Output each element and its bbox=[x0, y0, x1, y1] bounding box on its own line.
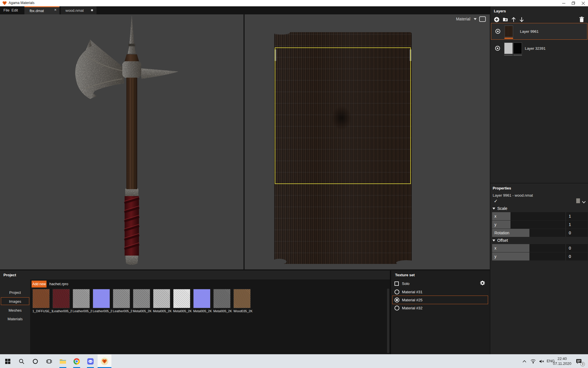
image-thumbnail[interactable]: Metal005_2K bbox=[153, 289, 170, 313]
properties-panel-header: Properties bbox=[493, 186, 511, 190]
add-folder-button[interactable] bbox=[502, 17, 508, 22]
move-layer-down-button[interactable] bbox=[519, 17, 525, 22]
image-thumbnail[interactable]: Leather005_2 bbox=[53, 289, 70, 313]
material-31-label[interactable]: Material #31 bbox=[402, 290, 423, 294]
image-thumbnail[interactable]: Leather005_2 bbox=[73, 289, 90, 313]
axe-3d-model[interactable] bbox=[0, 14, 243, 269]
image-swatch[interactable] bbox=[93, 289, 110, 308]
layer-enabled-checkmark[interactable]: ✓ bbox=[494, 198, 498, 204]
image-thumbnail[interactable]: Metal005_2K bbox=[133, 289, 150, 313]
image-swatch[interactable] bbox=[73, 289, 90, 308]
project-tab-project[interactable]: Project bbox=[1, 289, 29, 296]
project-file-name[interactable]: hachet.rpro bbox=[49, 281, 68, 288]
tab-close-icon[interactable]: × bbox=[54, 7, 57, 12]
menu-bar: File Edit fbx.dmat × wood.nmat bbox=[0, 6, 490, 14]
cortana-button[interactable] bbox=[29, 354, 42, 368]
image-swatch[interactable] bbox=[133, 289, 150, 308]
layer-item-9961[interactable]: Layer 9961 bbox=[491, 23, 587, 40]
close-button[interactable] bbox=[578, 0, 588, 6]
material-25-label[interactable]: Material #25 bbox=[402, 298, 423, 302]
material-32-radio[interactable] bbox=[394, 306, 399, 310]
solo-label: Solo bbox=[402, 281, 409, 286]
uv-selection-rect[interactable] bbox=[275, 47, 411, 184]
agama-materials-button[interactable] bbox=[98, 354, 111, 368]
chrome-button[interactable] bbox=[70, 354, 83, 368]
field-value[interactable]: 0 bbox=[566, 252, 588, 260]
image-thumbnail[interactable]: 1_DIFFUSE_1 bbox=[32, 289, 50, 313]
image-swatch[interactable] bbox=[153, 289, 170, 308]
offset-y-row[interactable]: y 0 bbox=[492, 252, 588, 260]
layer-thumbnail[interactable] bbox=[504, 26, 513, 37]
file-explorer-button[interactable] bbox=[56, 354, 69, 368]
agama-logo-icon bbox=[2, 1, 7, 5]
project-tab-materials[interactable]: Materials bbox=[1, 315, 29, 323]
layer-thumbnail[interactable] bbox=[504, 43, 513, 54]
image-label: Leather005_2 bbox=[53, 309, 70, 313]
view-mode-dropdown[interactable]: Material bbox=[456, 17, 477, 21]
field-value[interactable]: 1 bbox=[566, 212, 588, 220]
image-thumbnail[interactable]: Metal005_2K bbox=[213, 289, 231, 313]
move-layer-up-button[interactable] bbox=[511, 17, 517, 22]
project-tab-images[interactable]: Images bbox=[1, 297, 29, 305]
layer-mask-thumbnail[interactable] bbox=[513, 43, 522, 54]
taskbar-clock[interactable]: 22:40 07.11.2020 bbox=[552, 356, 572, 366]
material-25-radio[interactable] bbox=[394, 298, 399, 302]
minimize-button[interactable] bbox=[559, 0, 568, 6]
visibility-eye-icon[interactable] bbox=[495, 46, 500, 51]
discord-button[interactable] bbox=[84, 354, 97, 368]
tray-expand-chevron[interactable] bbox=[520, 354, 529, 368]
image-swatch[interactable] bbox=[113, 289, 130, 308]
image-swatch[interactable] bbox=[32, 289, 50, 308]
image-thumbnail[interactable]: Metal005_2K bbox=[193, 289, 210, 313]
image-thumbnail[interactable]: Leather005_2 bbox=[93, 289, 110, 313]
start-button[interactable] bbox=[1, 354, 14, 368]
visibility-eye-icon[interactable] bbox=[495, 29, 500, 34]
layer-item-32391[interactable]: Layer 32391 bbox=[491, 40, 587, 57]
gear-icon[interactable] bbox=[480, 281, 485, 286]
image-label: Metal005_2K bbox=[213, 309, 231, 313]
image-label: Wood035_2K bbox=[233, 309, 251, 313]
image-strip-scrollbar[interactable] bbox=[387, 289, 389, 353]
project-tab-meshes[interactable]: Meshes bbox=[1, 306, 29, 314]
image-swatch[interactable] bbox=[213, 289, 231, 308]
add-new-button[interactable]: Add new bbox=[32, 281, 47, 288]
offset-section-header[interactable]: Offset bbox=[492, 238, 508, 243]
image-label: Metal005_2K bbox=[153, 309, 170, 313]
offset-x-row[interactable]: x 0 bbox=[492, 244, 588, 252]
fit-view-icon[interactable] bbox=[479, 16, 486, 22]
image-thumbnail[interactable]: Leather005_2 bbox=[113, 289, 130, 313]
solo-checkbox[interactable] bbox=[394, 281, 399, 286]
scale-section-header[interactable]: Scale bbox=[492, 206, 507, 211]
search-button[interactable] bbox=[15, 354, 28, 368]
field-value[interactable]: 0 bbox=[566, 244, 588, 252]
image-thumbnail[interactable]: Metal005_2K bbox=[173, 289, 190, 313]
image-swatch[interactable] bbox=[173, 289, 190, 308]
scale-x-row[interactable]: x 1 bbox=[492, 212, 588, 220]
blend-thumbnail[interactable] bbox=[576, 198, 580, 203]
material-32-label[interactable]: Material #32 bbox=[402, 306, 423, 310]
image-label: Leather005_2 bbox=[93, 309, 110, 313]
image-swatch[interactable] bbox=[53, 289, 70, 308]
add-layer-button[interactable] bbox=[494, 17, 500, 22]
restore-button[interactable] bbox=[568, 0, 578, 6]
image-swatch[interactable] bbox=[193, 289, 210, 308]
image-thumbnail[interactable]: Wood035_2K bbox=[233, 289, 251, 313]
clock-date: 07.11.2020 bbox=[552, 361, 572, 366]
tab-wood-nmat[interactable]: wood.nmat bbox=[61, 6, 96, 14]
field-label: y bbox=[492, 252, 529, 260]
rotation-row[interactable]: Rotation 0 bbox=[492, 229, 588, 237]
task-view-button[interactable] bbox=[42, 354, 56, 368]
channel-bar bbox=[513, 55, 522, 56]
chevron-down-icon[interactable] bbox=[582, 200, 586, 205]
field-value[interactable]: 0 bbox=[566, 229, 588, 237]
wifi-icon[interactable] bbox=[529, 354, 537, 368]
scale-y-row[interactable]: y 1 bbox=[492, 221, 588, 229]
menu-edit[interactable]: Edit bbox=[10, 6, 20, 14]
viewport-3d[interactable] bbox=[0, 14, 243, 269]
tab-fbx-dmat[interactable]: fbx.dmat × bbox=[24, 6, 59, 14]
volume-muted-icon[interactable] bbox=[537, 354, 546, 368]
image-swatch[interactable] bbox=[233, 289, 251, 308]
delete-layer-button[interactable] bbox=[579, 17, 584, 22]
field-value[interactable]: 1 bbox=[566, 221, 588, 229]
material-31-radio[interactable] bbox=[394, 290, 399, 294]
